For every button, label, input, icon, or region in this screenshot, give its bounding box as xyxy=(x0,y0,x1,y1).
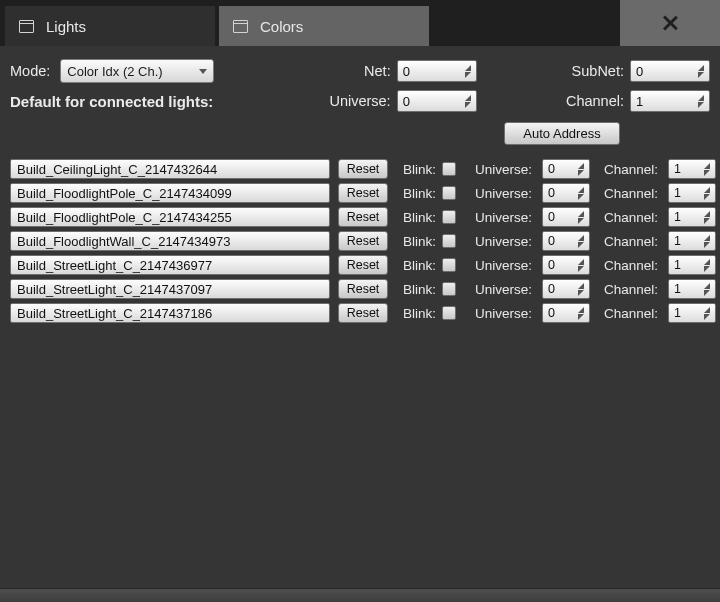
light-name-field[interactable]: Build_FloodlightPole_C_2147434255 xyxy=(10,207,330,227)
light-name-field[interactable]: Build_FloodlightWall_C_2147434973 xyxy=(10,231,330,251)
blink-checkbox[interactable] xyxy=(442,282,456,296)
light-row: Build_StreetLight_C_2147436977 Reset Bli… xyxy=(10,253,710,277)
row-channel-label: Channel: xyxy=(598,210,660,225)
spinner-arrows-icon xyxy=(700,163,710,176)
channel-spin[interactable]: 1 xyxy=(630,90,710,112)
blink-label: Blink: xyxy=(403,210,438,225)
spinner-arrows-icon xyxy=(574,307,584,320)
blink-checkbox[interactable] xyxy=(442,162,456,176)
spinner-arrows-icon xyxy=(574,163,584,176)
connected-label: Default for connected lights: xyxy=(10,93,213,110)
blink-checkbox[interactable] xyxy=(442,258,456,272)
blink-label: Blink: xyxy=(403,234,438,249)
spinner-arrows-icon xyxy=(700,235,710,248)
blink-label: Blink: xyxy=(403,282,438,297)
tab-bar: Lights Colors xyxy=(0,0,720,46)
blink-label: Blink: xyxy=(403,258,438,273)
blink-checkbox[interactable] xyxy=(442,210,456,224)
chevron-down-icon xyxy=(199,69,207,74)
row-channel-spin[interactable]: 1 xyxy=(668,183,716,203)
light-row: Build_CeilingLight_C_2147432644 Reset Bl… xyxy=(10,157,710,181)
spinner-arrows-icon xyxy=(574,211,584,224)
row-channel-label: Channel: xyxy=(598,186,660,201)
mode-value: Color Idx (2 Ch.) xyxy=(67,64,162,79)
spinner-arrows-icon xyxy=(700,211,710,224)
window-icon xyxy=(19,20,34,33)
spinner-arrows-icon xyxy=(461,65,471,78)
spinner-arrows-icon xyxy=(574,187,584,200)
subnet-spin[interactable]: 0 xyxy=(630,60,710,82)
blink-label: Blink: xyxy=(403,186,438,201)
row-channel-label: Channel: xyxy=(598,234,660,249)
subnet-label: SubNet: xyxy=(572,63,624,79)
channel-label: Channel: xyxy=(566,93,624,109)
row-universe-label: Universe: xyxy=(464,282,534,297)
blink-checkbox[interactable] xyxy=(442,186,456,200)
row-channel-label: Channel: xyxy=(598,258,660,273)
spinner-arrows-icon xyxy=(700,283,710,296)
reset-button[interactable]: Reset xyxy=(338,159,388,179)
universe-label: Universe: xyxy=(329,93,390,109)
light-list: Build_CeilingLight_C_2147432644 Reset Bl… xyxy=(0,157,720,325)
blink-checkbox[interactable] xyxy=(442,306,456,320)
auto-address-button[interactable]: Auto Address xyxy=(504,122,620,145)
defaults-panel: Mode: Color Idx (2 Ch.) Net: 0 SubNet: 0 xyxy=(0,46,720,157)
row-universe-label: Universe: xyxy=(464,306,534,321)
reset-button[interactable]: Reset xyxy=(338,255,388,275)
row-universe-spin[interactable]: 0 xyxy=(542,279,590,299)
spinner-arrows-icon xyxy=(700,259,710,272)
row-channel-spin[interactable]: 1 xyxy=(668,255,716,275)
spinner-arrows-icon xyxy=(574,235,584,248)
light-row: Build_FloodlightPole_C_2147434099 Reset … xyxy=(10,181,710,205)
row-universe-spin[interactable]: 0 xyxy=(542,183,590,203)
light-name-field[interactable]: Build_StreetLight_C_2147437186 xyxy=(10,303,330,323)
light-row: Build_FloodlightWall_C_2147434973 Reset … xyxy=(10,229,710,253)
light-row: Build_StreetLight_C_2147437186 Reset Bli… xyxy=(10,301,710,325)
row-channel-label: Channel: xyxy=(598,306,660,321)
row-universe-spin[interactable]: 0 xyxy=(542,159,590,179)
light-row: Build_StreetLight_C_2147437097 Reset Bli… xyxy=(10,277,710,301)
reset-button[interactable]: Reset xyxy=(338,183,388,203)
tab-label: Colors xyxy=(260,18,303,35)
mode-label: Mode: xyxy=(10,63,50,79)
row-universe-label: Universe: xyxy=(464,258,534,273)
row-channel-spin[interactable]: 1 xyxy=(668,207,716,227)
row-channel-spin[interactable]: 1 xyxy=(668,159,716,179)
universe-spin[interactable]: 0 xyxy=(397,90,477,112)
row-universe-label: Universe: xyxy=(464,186,534,201)
net-spin[interactable]: 0 xyxy=(397,60,477,82)
reset-button[interactable]: Reset xyxy=(338,279,388,299)
light-name-field[interactable]: Build_CeilingLight_C_2147432644 xyxy=(10,159,330,179)
blink-label: Blink: xyxy=(403,306,438,321)
row-universe-label: Universe: xyxy=(464,210,534,225)
tab-colors[interactable]: Colors xyxy=(219,6,429,46)
spinner-arrows-icon xyxy=(700,307,710,320)
row-channel-spin[interactable]: 1 xyxy=(668,303,716,323)
close-icon xyxy=(662,15,678,31)
reset-button[interactable]: Reset xyxy=(338,207,388,227)
row-universe-spin[interactable]: 0 xyxy=(542,207,590,227)
reset-button[interactable]: Reset xyxy=(338,303,388,323)
net-label: Net: xyxy=(364,63,391,79)
row-universe-spin[interactable]: 0 xyxy=(542,231,590,251)
row-universe-spin[interactable]: 0 xyxy=(542,255,590,275)
spinner-arrows-icon xyxy=(700,187,710,200)
window-icon xyxy=(233,20,248,33)
row-channel-label: Channel: xyxy=(598,162,660,177)
spinner-arrows-icon xyxy=(694,65,704,78)
light-name-field[interactable]: Build_StreetLight_C_2147436977 xyxy=(10,255,330,275)
row-channel-label: Channel: xyxy=(598,282,660,297)
spinner-arrows-icon xyxy=(574,259,584,272)
light-row: Build_FloodlightPole_C_2147434255 Reset … xyxy=(10,205,710,229)
mode-combo[interactable]: Color Idx (2 Ch.) xyxy=(60,59,214,83)
reset-button[interactable]: Reset xyxy=(338,231,388,251)
light-name-field[interactable]: Build_FloodlightPole_C_2147434099 xyxy=(10,183,330,203)
row-universe-spin[interactable]: 0 xyxy=(542,303,590,323)
tab-lights[interactable]: Lights xyxy=(5,6,215,46)
row-channel-spin[interactable]: 1 xyxy=(668,231,716,251)
close-tab-button[interactable] xyxy=(620,0,720,46)
row-channel-spin[interactable]: 1 xyxy=(668,279,716,299)
blink-label: Blink: xyxy=(403,162,438,177)
light-name-field[interactable]: Build_StreetLight_C_2147437097 xyxy=(10,279,330,299)
blink-checkbox[interactable] xyxy=(442,234,456,248)
